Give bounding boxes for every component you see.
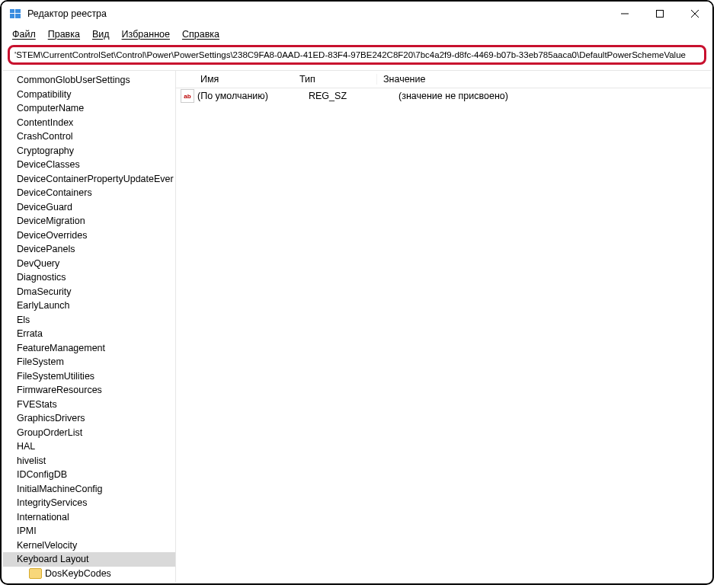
window-title: Редактор реестра xyxy=(27,8,107,19)
address-bar-wrap: 'STEM\CurrentControlSet\Control\Power\Po… xyxy=(2,43,712,69)
window: Редактор реестра Файл Правка Вид Избранн… xyxy=(0,0,714,585)
values-pane: Имя Тип Значение ab(По умолчанию)REG_SZ(… xyxy=(176,71,711,582)
tree-item[interactable]: DeviceContainers xyxy=(3,186,175,200)
tree-item[interactable]: DeviceClasses xyxy=(3,158,175,172)
svg-rect-2 xyxy=(10,14,14,18)
content: CommonGlobUserSettingsCompatibilityCompu… xyxy=(3,70,711,582)
menu-edit[interactable]: Правка xyxy=(42,28,86,41)
tree-item[interactable]: FVEStats xyxy=(3,398,175,412)
tree-item[interactable]: HAL xyxy=(3,439,175,454)
tree-item[interactable]: Diagnostics xyxy=(3,270,175,285)
svg-rect-1 xyxy=(15,9,21,13)
tree-item[interactable]: GroupOrderList xyxy=(3,426,175,440)
value-type: REG_SZ xyxy=(302,91,392,101)
tree-item[interactable]: DeviceContainerPropertyUpdateEver xyxy=(3,172,175,187)
column-headers: Имя Тип Значение xyxy=(176,71,711,88)
tree-item[interactable]: IntegrityServices xyxy=(3,496,175,510)
app-icon xyxy=(9,8,21,20)
value-name: (По умолчанию) xyxy=(197,91,302,101)
tree-item[interactable]: Keyboard Layout xyxy=(3,552,175,567)
tree-item[interactable]: hivelist xyxy=(3,454,175,468)
tree-item[interactable]: ContentIndex xyxy=(3,116,175,130)
value-row[interactable]: ab(По умолчанию)REG_SZ(значение не присв… xyxy=(176,88,711,104)
tree-subitem-label: DosKeybCodes xyxy=(45,567,111,581)
tree-item[interactable]: International xyxy=(3,510,175,525)
tree-item[interactable]: ComputerName xyxy=(3,101,175,116)
menu-favorites[interactable]: Избранное xyxy=(116,28,176,41)
folder-icon xyxy=(29,568,42,579)
tree-item[interactable]: DevicePanels xyxy=(3,242,175,257)
tree-item[interactable]: EarlyLaunch xyxy=(3,299,175,313)
tree-item[interactable]: Compatibility xyxy=(3,88,175,102)
tree-item[interactable]: DevQuery xyxy=(3,257,175,271)
svg-rect-5 xyxy=(657,11,664,18)
tree-item[interactable]: InitialMachineConfig xyxy=(3,482,175,497)
tree-item[interactable]: DeviceGuard xyxy=(3,200,175,215)
svg-rect-0 xyxy=(10,9,14,13)
tree-item[interactable]: DeviceMigration xyxy=(3,214,175,228)
menu-file[interactable]: Файл xyxy=(6,28,42,41)
tree-item[interactable]: FirmwareResources xyxy=(3,383,175,398)
tree-item[interactable]: DeviceOverrides xyxy=(3,228,175,243)
titlebar: Редактор реестра xyxy=(2,2,712,26)
menu-view[interactable]: Вид xyxy=(86,28,116,41)
tree-item[interactable]: FeatureManagement xyxy=(3,341,175,356)
maximize-button[interactable] xyxy=(642,2,677,26)
col-type[interactable]: Тип xyxy=(293,74,377,85)
string-value-icon: ab xyxy=(181,89,194,103)
tree-item[interactable]: FileSystem xyxy=(3,355,175,369)
tree-item[interactable]: CrashControl xyxy=(3,129,175,144)
tree-pane[interactable]: CommonGlobUserSettingsCompatibilityCompu… xyxy=(3,71,176,582)
address-bar[interactable]: 'STEM\CurrentControlSet\Control\Power\Po… xyxy=(8,45,706,65)
minimize-button[interactable] xyxy=(607,2,642,26)
tree-item[interactable]: KernelVelocity xyxy=(3,538,175,553)
svg-rect-3 xyxy=(15,14,21,18)
col-value[interactable]: Значение xyxy=(377,74,711,85)
close-button[interactable] xyxy=(677,2,712,26)
tree-item[interactable]: CommonGlobUserSettings xyxy=(3,73,175,88)
tree-item[interactable]: DmaSecurity xyxy=(3,285,175,299)
menu-help[interactable]: Справка xyxy=(176,28,226,41)
tree-subitem[interactable]: DosKeybCodes xyxy=(3,567,175,581)
tree-item[interactable]: Errata xyxy=(3,327,175,341)
tree-item[interactable]: IPMI xyxy=(3,524,175,538)
tree-item[interactable]: Els xyxy=(3,313,175,328)
menubar: Файл Правка Вид Избранное Справка xyxy=(2,26,712,43)
tree-item[interactable]: GraphicsDrivers xyxy=(3,411,175,426)
tree-item[interactable]: FileSystemUtilities xyxy=(3,369,175,384)
col-name[interactable]: Имя xyxy=(194,74,293,85)
value-data: (значение не присвоено) xyxy=(392,91,711,101)
tree-item[interactable]: IDConfigDB xyxy=(3,468,175,482)
tree-item[interactable]: Cryptography xyxy=(3,144,175,158)
